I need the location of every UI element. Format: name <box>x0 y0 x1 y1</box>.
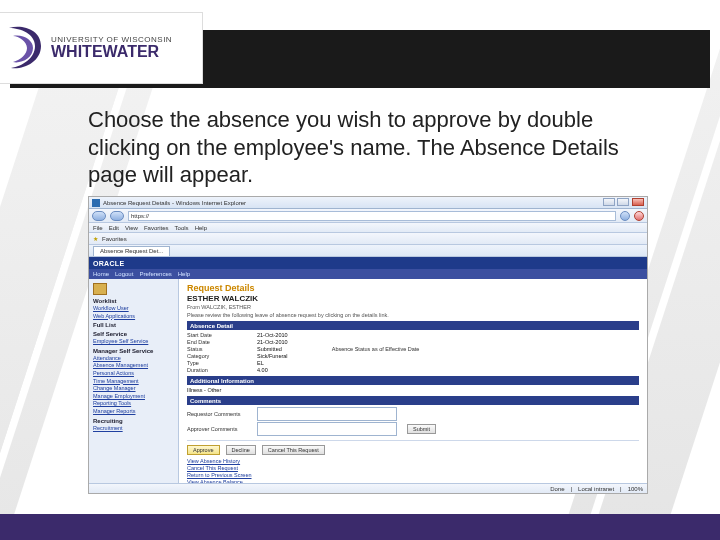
side-h-full: Full List <box>93 322 174 328</box>
stop-button[interactable] <box>634 211 644 221</box>
browser-menubar: File Edit View Favorites Tools Help <box>89 223 647 233</box>
side-link[interactable]: Attendance <box>93 355 174 362</box>
side-h-mgr: Manager Self Service <box>93 348 174 354</box>
folder-icon <box>93 283 107 295</box>
slide-footer-bar <box>0 514 720 540</box>
menu-edit[interactable]: Edit <box>109 225 119 231</box>
close-button[interactable] <box>632 198 644 206</box>
lbl-appr-comments: Approver Comments <box>187 426 257 432</box>
side-link[interactable]: Manage Employment <box>93 393 174 400</box>
status-zone: Local intranet <box>578 486 614 492</box>
lbl-end: End Date <box>187 339 257 345</box>
section-info: Additional Information <box>187 376 639 385</box>
oracle-nav: Home Logout Preferences Help <box>89 269 647 279</box>
lbl-type: Type <box>187 360 257 366</box>
lbl-req-comments: Requestor Comments <box>187 411 257 417</box>
reference-links: View Absence History Cancel This Request… <box>187 458 639 485</box>
approve-button[interactable]: Approve <box>187 445 220 455</box>
nav-preferences[interactable]: Preferences <box>139 271 171 277</box>
browser-toolbar: https:// <box>89 209 647 223</box>
maximize-button[interactable] <box>617 198 629 206</box>
side-h-self: Self Service <box>93 331 174 337</box>
side-h-worklist: Worklist <box>93 298 174 304</box>
side-h-recruit: Recruiting <box>93 418 174 424</box>
submit-button[interactable]: Submit <box>407 424 436 434</box>
oracle-body: Worklist Workflow User Web Applications … <box>89 279 647 494</box>
requestor-comments-input[interactable] <box>257 407 397 421</box>
side-link[interactable]: Workflow User <box>93 305 174 312</box>
lbl-status-extra: Absence Status as of Effective Date <box>332 346 420 352</box>
lbl-start: Start Date <box>187 332 257 338</box>
val-end: 21-Oct-2010 <box>257 339 288 345</box>
minimize-button[interactable] <box>603 198 615 206</box>
nav-help[interactable]: Help <box>178 271 190 277</box>
logo-line2: WHITEWATER <box>51 44 172 60</box>
side-link[interactable]: Absence Management <box>93 362 174 369</box>
ie-icon <box>92 199 100 207</box>
lbl-category: Category <box>187 353 257 359</box>
forward-button[interactable] <box>110 211 124 221</box>
back-button[interactable] <box>92 211 106 221</box>
oracle-header: ORACLE <box>89 257 647 269</box>
browser-screenshot: Absence Request Details - Windows Intern… <box>88 196 648 494</box>
side-link[interactable]: Time Management <box>93 378 174 385</box>
lbl-duration: Duration <box>187 367 257 373</box>
side-link[interactable]: Change Manager <box>93 385 174 392</box>
val-type: EL <box>257 360 264 366</box>
address-bar[interactable]: https:// <box>128 211 616 221</box>
section-absence: Absence Detail <box>187 321 639 330</box>
status-zoom: 100% <box>628 486 643 492</box>
section-comments: Comments <box>187 396 639 405</box>
val-start: 21-Oct-2010 <box>257 332 288 338</box>
favorites-label[interactable]: Favorites <box>102 236 127 242</box>
refresh-button[interactable] <box>620 211 630 221</box>
side-link[interactable]: Reporting Tools <box>93 400 174 407</box>
window-buttons <box>602 198 644 207</box>
favorites-bar: ★ Favorites <box>89 233 647 245</box>
side-link[interactable]: Manager Reports <box>93 408 174 415</box>
val-status: Submitted <box>257 346 282 352</box>
oracle-sidebar: Worklist Workflow User Web Applications … <box>89 279 179 494</box>
meta-note: Please review the following leave of abs… <box>187 312 639 318</box>
val-duration: 4.00 <box>257 367 268 373</box>
approver-comments-input[interactable] <box>257 422 397 436</box>
side-link[interactable]: Recruitment <box>93 425 174 432</box>
oracle-content: Request Details ESTHER WALCZIK From WALC… <box>179 279 647 494</box>
link-view-history[interactable]: View Absence History <box>187 458 639 464</box>
status-done: Done <box>550 486 564 492</box>
menu-file[interactable]: File <box>93 225 103 231</box>
uww-logo: UNIVERSITY OF WISCONSIN WHITEWATER <box>0 12 203 84</box>
window-title: Absence Request Details - Windows Intern… <box>103 200 246 206</box>
side-link[interactable]: Personal Actions <box>93 370 174 377</box>
logo-swirl-icon <box>5 24 45 72</box>
nav-logout[interactable]: Logout <box>115 271 133 277</box>
menu-view[interactable]: View <box>125 225 138 231</box>
cancel-button[interactable]: Cancel This Request <box>262 445 325 455</box>
decline-button[interactable]: Decline <box>226 445 256 455</box>
tab-label: Absence Request Det... <box>100 248 163 254</box>
val-category: Sick/Funeral <box>257 353 288 359</box>
browser-tabbar: Absence Request Det... <box>89 245 647 257</box>
side-link[interactable]: Web Applications <box>93 313 174 320</box>
employee-name: ESTHER WALCZIK <box>187 294 639 303</box>
meta-from: From WALCZIK, ESTHER <box>187 304 639 310</box>
link-return[interactable]: Return to Previous Screen <box>187 472 639 478</box>
page-title: Request Details <box>187 283 639 293</box>
oracle-brand: ORACLE <box>93 260 124 267</box>
menu-tools[interactable]: Tools <box>175 225 189 231</box>
val-info: Illness - Other <box>187 387 221 393</box>
browser-tab[interactable]: Absence Request Det... <box>93 246 170 256</box>
window-titlebar: Absence Request Details - Windows Intern… <box>89 197 647 209</box>
slide-header: UNIVERSITY OF WISCONSIN WHITEWATER <box>0 0 720 90</box>
browser-statusbar: Done | Local intranet | 100% <box>89 483 647 493</box>
side-link[interactable]: Employee Self Service <box>93 338 174 345</box>
nav-home[interactable]: Home <box>93 271 109 277</box>
lbl-status: Status <box>187 346 257 352</box>
address-url: https:// <box>131 213 149 219</box>
menu-help[interactable]: Help <box>195 225 207 231</box>
link-cancel[interactable]: Cancel This Request <box>187 465 639 471</box>
instruction-text: Choose the absence you wish to approve b… <box>88 106 642 189</box>
menu-favorites[interactable]: Favorites <box>144 225 169 231</box>
